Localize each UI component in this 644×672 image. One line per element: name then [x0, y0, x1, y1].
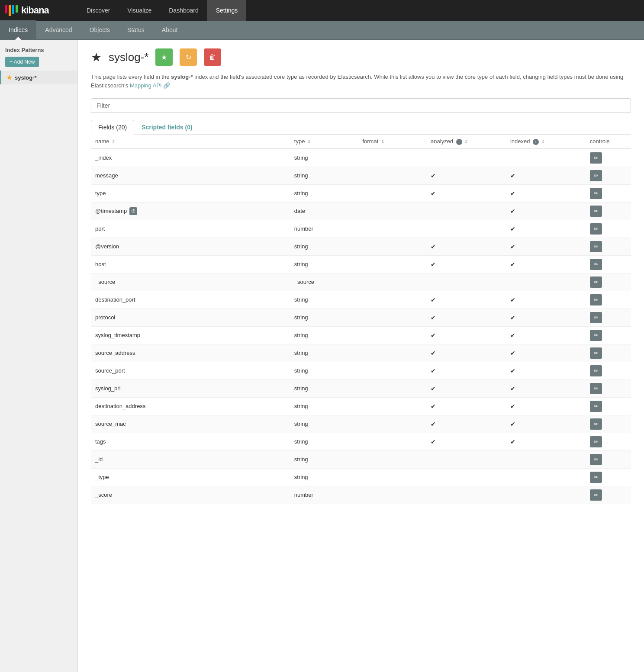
edit-field-button[interactable]: ✏ — [590, 206, 602, 217]
edit-field-button[interactable]: ✏ — [590, 472, 602, 483]
field-analyzed-cell: ✔ — [426, 362, 506, 379]
edit-field-button[interactable]: ✏ — [590, 454, 602, 465]
edit-field-button[interactable]: ✏ — [590, 277, 602, 288]
refresh-button[interactable]: ↻ — [180, 48, 197, 66]
table-row: typestring✔✔✏ — [91, 184, 631, 202]
table-row: source_macstring✔✔✏ — [91, 415, 631, 433]
field-controls-cell: ✏ — [586, 433, 631, 450]
edit-field-button[interactable]: ✏ — [590, 312, 602, 323]
nav-discover[interactable]: Discover — [78, 0, 119, 21]
logo-bar-1 — [5, 5, 7, 13]
field-controls-cell: ✏ — [586, 167, 631, 184]
field-type-cell: number — [290, 220, 358, 238]
analyzed-check-icon: ✔ — [431, 332, 436, 339]
field-type-cell: string — [290, 291, 358, 309]
edit-field-button[interactable]: ✏ — [590, 436, 602, 447]
name-sort-icon[interactable]: ⇕ — [112, 139, 115, 144]
edit-field-button[interactable]: ✏ — [590, 188, 602, 199]
logo-text: kibana — [21, 5, 49, 16]
nav-visualize[interactable]: Visualize — [119, 0, 160, 21]
field-format-cell — [358, 326, 426, 344]
field-format-cell — [358, 362, 426, 379]
field-name-cell: port — [91, 220, 290, 238]
indexed-sort-icon[interactable]: ⇕ — [541, 139, 545, 144]
edit-field-button[interactable]: ✏ — [590, 259, 602, 270]
field-format-cell — [358, 202, 426, 220]
field-format-cell — [358, 167, 426, 184]
field-analyzed-cell — [426, 468, 506, 486]
edit-field-button[interactable]: ✏ — [590, 330, 602, 341]
field-type-cell: string — [290, 326, 358, 344]
edit-field-button[interactable]: ✏ — [590, 401, 602, 412]
nav-dashboard[interactable]: Dashboard — [160, 0, 207, 21]
subnav-status[interactable]: Status — [119, 20, 153, 39]
field-name-cell: type — [91, 184, 290, 202]
subnav-about[interactable]: About — [153, 20, 187, 39]
add-new-button[interactable]: + Add New — [5, 57, 39, 67]
field-indexed-cell: ✔ — [506, 415, 586, 433]
indexed-check-icon: ✔ — [510, 350, 515, 357]
logo-bars — [5, 5, 18, 16]
subnav-indices[interactable]: Indices — [0, 20, 36, 39]
sidebar-item-syslog[interactable]: ★ syslog-* — [0, 71, 77, 84]
table-row: destination_portstring✔✔✏ — [91, 291, 631, 309]
type-sort-icon[interactable]: ⇕ — [307, 139, 311, 144]
delete-button[interactable]: 🗑 — [204, 48, 221, 66]
analyzed-check-icon: ✔ — [431, 438, 436, 445]
field-analyzed-cell: ✔ — [426, 167, 506, 184]
logo-bar-3 — [12, 5, 14, 14]
field-type-cell: _source — [290, 273, 358, 291]
field-controls-cell: ✏ — [586, 468, 631, 486]
field-indexed-cell: ✔ — [506, 309, 586, 326]
edit-field-button[interactable]: ✏ — [590, 294, 602, 305]
favorite-button[interactable]: ★ — [155, 48, 173, 66]
indexed-check-icon: ✔ — [510, 296, 515, 303]
field-analyzed-cell: ✔ — [426, 379, 506, 397]
tab-scripted-fields[interactable]: Scripted fields (0) — [134, 120, 200, 134]
field-indexed-cell: ✔ — [506, 184, 586, 202]
field-indexed-cell: ✔ — [506, 220, 586, 238]
table-row: _typestring✏ — [91, 468, 631, 486]
th-analyzed: analyzed i ⇕ — [426, 135, 506, 149]
field-analyzed-cell — [426, 273, 506, 291]
subnav-advanced[interactable]: Advanced — [36, 20, 80, 39]
edit-field-button[interactable]: ✏ — [590, 365, 602, 376]
edit-field-button[interactable]: ✏ — [590, 383, 602, 394]
field-format-cell — [358, 273, 426, 291]
edit-field-button[interactable]: ✏ — [590, 170, 602, 181]
mapping-api-link[interactable]: Mapping API — [130, 82, 162, 89]
tab-fields[interactable]: Fields (20) — [91, 120, 134, 135]
analyzed-sort-icon[interactable]: ⇕ — [464, 139, 468, 144]
field-format-cell — [358, 238, 426, 255]
analyzed-info-icon[interactable]: i — [456, 139, 462, 145]
field-type-cell: string — [290, 415, 358, 433]
field-name-cell: tags — [91, 433, 290, 450]
table-row: _source_source✏ — [91, 273, 631, 291]
field-type-cell: string — [290, 149, 358, 167]
field-type-cell: string — [290, 238, 358, 255]
field-name-cell: _source — [91, 273, 290, 291]
subnav-objects[interactable]: Objects — [81, 20, 119, 39]
field-type-cell: string — [290, 167, 358, 184]
field-name-cell: message — [91, 167, 290, 184]
edit-field-button[interactable]: ✏ — [590, 347, 602, 359]
filter-input[interactable] — [91, 98, 631, 113]
indexed-check-icon: ✔ — [510, 208, 515, 215]
logo: kibana — [0, 0, 78, 21]
edit-field-button[interactable]: ✏ — [590, 418, 602, 430]
edit-field-button[interactable]: ✏ — [590, 241, 602, 252]
indexed-check-icon: ✔ — [510, 403, 515, 410]
indexed-info-icon[interactable]: i — [533, 139, 539, 145]
edit-field-button[interactable]: ✏ — [590, 152, 602, 164]
timestamp-icon[interactable]: ⏱ — [129, 207, 137, 215]
nav-settings[interactable]: Settings — [207, 0, 247, 21]
fields-tbody: _indexstring✏messagestring✔✔✏typestring✔… — [91, 149, 631, 504]
field-controls-cell: ✏ — [586, 255, 631, 273]
format-sort-icon[interactable]: ⇕ — [381, 139, 384, 144]
table-row: hoststring✔✔✏ — [91, 255, 631, 273]
field-controls-cell: ✏ — [586, 273, 631, 291]
edit-field-button[interactable]: ✏ — [590, 489, 602, 501]
edit-field-button[interactable]: ✏ — [590, 223, 602, 235]
field-analyzed-cell: ✔ — [426, 184, 506, 202]
indexed-check-icon: ✔ — [510, 190, 515, 197]
